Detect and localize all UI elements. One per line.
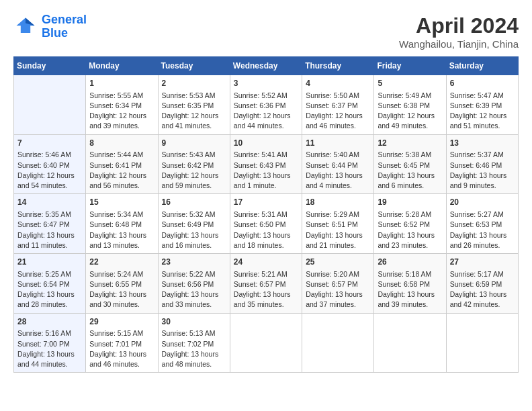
day-number: 25 — [306, 257, 370, 268]
calendar-cell: 3Sunrise: 5:52 AM Sunset: 6:36 PM Daylig… — [230, 75, 302, 135]
calendar-week-4: 21Sunrise: 5:25 AM Sunset: 6:54 PM Dayli… — [14, 254, 519, 314]
day-info: Sunrise: 5:16 AM Sunset: 7:00 PM Dayligh… — [17, 328, 82, 369]
calendar-table: SundayMondayTuesdayWednesdayThursdayFrid… — [13, 56, 519, 373]
day-number: 20 — [450, 197, 515, 208]
day-header-saturday: Saturday — [446, 57, 518, 75]
calendar-cell — [230, 313, 302, 373]
day-header-monday: Monday — [86, 57, 158, 75]
day-info: Sunrise: 5:43 AM Sunset: 6:42 PM Dayligh… — [162, 150, 226, 191]
day-number: 11 — [306, 138, 370, 149]
day-number: 8 — [89, 138, 154, 149]
day-info: Sunrise: 5:53 AM Sunset: 6:35 PM Dayligh… — [162, 91, 226, 132]
day-number: 22 — [89, 257, 154, 268]
day-info: Sunrise: 5:18 AM Sunset: 6:58 PM Dayligh… — [378, 269, 442, 310]
calendar-cell: 1Sunrise: 5:55 AM Sunset: 6:34 PM Daylig… — [86, 75, 158, 135]
day-number: 26 — [378, 257, 442, 268]
logo-text: General Blue — [42, 13, 87, 40]
calendar-cell — [446, 313, 518, 373]
calendar-cell: 26Sunrise: 5:18 AM Sunset: 6:58 PM Dayli… — [374, 254, 446, 314]
day-info: Sunrise: 5:47 AM Sunset: 6:39 PM Dayligh… — [450, 91, 515, 132]
day-number: 23 — [162, 257, 226, 268]
day-number: 30 — [162, 316, 226, 328]
day-info: Sunrise: 5:55 AM Sunset: 6:34 PM Dayligh… — [89, 91, 154, 132]
day-info: Sunrise: 5:52 AM Sunset: 6:36 PM Dayligh… — [234, 91, 298, 132]
day-number: 3 — [234, 78, 298, 89]
day-info: Sunrise: 5:49 AM Sunset: 6:38 PM Dayligh… — [378, 91, 442, 132]
calendar-cell: 20Sunrise: 5:27 AM Sunset: 6:53 PM Dayli… — [446, 194, 518, 254]
calendar-week-2: 7Sunrise: 5:46 AM Sunset: 6:40 PM Daylig… — [14, 134, 519, 194]
calendar-cell: 8Sunrise: 5:44 AM Sunset: 6:41 PM Daylig… — [86, 134, 158, 194]
day-number: 9 — [162, 138, 226, 149]
day-info: Sunrise: 5:25 AM Sunset: 6:54 PM Dayligh… — [17, 269, 82, 310]
location: Wanghailou, Tianjin, China — [399, 38, 519, 50]
day-number: 29 — [89, 316, 154, 328]
calendar-cell: 28Sunrise: 5:16 AM Sunset: 7:00 PM Dayli… — [14, 313, 86, 373]
day-number: 17 — [234, 197, 298, 208]
calendar-cell: 5Sunrise: 5:49 AM Sunset: 6:38 PM Daylig… — [374, 75, 446, 135]
calendar-cell: 6Sunrise: 5:47 AM Sunset: 6:39 PM Daylig… — [446, 75, 518, 135]
calendar-cell: 13Sunrise: 5:37 AM Sunset: 6:46 PM Dayli… — [446, 134, 518, 194]
calendar-cell: 17Sunrise: 5:31 AM Sunset: 6:50 PM Dayli… — [230, 194, 302, 254]
calendar-cell: 2Sunrise: 5:53 AM Sunset: 6:35 PM Daylig… — [158, 75, 230, 135]
day-info: Sunrise: 5:37 AM Sunset: 6:46 PM Dayligh… — [450, 150, 515, 191]
day-info: Sunrise: 5:35 AM Sunset: 6:47 PM Dayligh… — [17, 210, 82, 250]
calendar-cell: 23Sunrise: 5:22 AM Sunset: 6:56 PM Dayli… — [158, 254, 230, 314]
day-info: Sunrise: 5:15 AM Sunset: 7:01 PM Dayligh… — [89, 328, 154, 369]
day-info: Sunrise: 5:21 AM Sunset: 6:57 PM Dayligh… — [234, 269, 298, 310]
day-number: 7 — [17, 138, 82, 149]
logo-icon — [13, 15, 38, 39]
calendar-week-1: 1Sunrise: 5:55 AM Sunset: 6:34 PM Daylig… — [14, 75, 519, 135]
calendar-cell: 30Sunrise: 5:13 AM Sunset: 7:02 PM Dayli… — [158, 313, 230, 373]
calendar-cell: 29Sunrise: 5:15 AM Sunset: 7:01 PM Dayli… — [86, 313, 158, 373]
day-header-wednesday: Wednesday — [230, 57, 302, 75]
calendar-cell: 15Sunrise: 5:34 AM Sunset: 6:48 PM Dayli… — [86, 194, 158, 254]
day-info: Sunrise: 5:32 AM Sunset: 6:49 PM Dayligh… — [162, 210, 226, 250]
day-info: Sunrise: 5:20 AM Sunset: 6:57 PM Dayligh… — [306, 269, 370, 310]
title-block: April 2024 Wanghailou, Tianjin, China — [399, 13, 519, 50]
calendar-cell: 25Sunrise: 5:20 AM Sunset: 6:57 PM Dayli… — [302, 254, 374, 314]
calendar-cell — [14, 75, 86, 135]
day-number: 13 — [450, 138, 515, 149]
calendar-cell: 22Sunrise: 5:24 AM Sunset: 6:55 PM Dayli… — [86, 254, 158, 314]
calendar-cell: 14Sunrise: 5:35 AM Sunset: 6:47 PM Dayli… — [14, 194, 86, 254]
calendar-cell: 24Sunrise: 5:21 AM Sunset: 6:57 PM Dayli… — [230, 254, 302, 314]
day-number: 28 — [17, 316, 82, 328]
day-number: 6 — [450, 78, 515, 89]
day-info: Sunrise: 5:34 AM Sunset: 6:48 PM Dayligh… — [89, 210, 154, 250]
day-number: 10 — [234, 138, 298, 149]
day-number: 14 — [17, 197, 82, 208]
day-number: 16 — [162, 197, 226, 208]
day-number: 18 — [306, 197, 370, 208]
month-title: April 2024 — [399, 13, 519, 38]
day-info: Sunrise: 5:17 AM Sunset: 6:59 PM Dayligh… — [450, 269, 515, 310]
day-info: Sunrise: 5:41 AM Sunset: 6:43 PM Dayligh… — [234, 150, 298, 191]
day-info: Sunrise: 5:31 AM Sunset: 6:50 PM Dayligh… — [234, 210, 298, 250]
calendar-cell — [302, 313, 374, 373]
calendar-cell: 10Sunrise: 5:41 AM Sunset: 6:43 PM Dayli… — [230, 134, 302, 194]
day-number: 1 — [89, 78, 154, 89]
day-number: 5 — [378, 78, 442, 89]
logo: General Blue — [13, 13, 87, 40]
calendar-cell — [374, 313, 446, 373]
day-info: Sunrise: 5:44 AM Sunset: 6:41 PM Dayligh… — [89, 150, 154, 191]
calendar-cell: 16Sunrise: 5:32 AM Sunset: 6:49 PM Dayli… — [158, 194, 230, 254]
page-header: General Blue April 2024 Wanghailou, Tian… — [13, 13, 519, 50]
calendar-cell: 9Sunrise: 5:43 AM Sunset: 6:42 PM Daylig… — [158, 134, 230, 194]
day-info: Sunrise: 5:50 AM Sunset: 6:37 PM Dayligh… — [306, 91, 370, 132]
calendar-week-3: 14Sunrise: 5:35 AM Sunset: 6:47 PM Dayli… — [14, 194, 519, 254]
day-header-friday: Friday — [374, 57, 446, 75]
calendar-header-row: SundayMondayTuesdayWednesdayThursdayFrid… — [14, 57, 519, 75]
calendar-cell: 7Sunrise: 5:46 AM Sunset: 6:40 PM Daylig… — [14, 134, 86, 194]
day-info: Sunrise: 5:29 AM Sunset: 6:51 PM Dayligh… — [306, 210, 370, 250]
day-info: Sunrise: 5:27 AM Sunset: 6:53 PM Dayligh… — [450, 210, 515, 250]
day-header-tuesday: Tuesday — [158, 57, 230, 75]
day-number: 24 — [234, 257, 298, 268]
day-info: Sunrise: 5:22 AM Sunset: 6:56 PM Dayligh… — [162, 269, 226, 310]
day-number: 27 — [450, 257, 515, 268]
calendar-cell: 4Sunrise: 5:50 AM Sunset: 6:37 PM Daylig… — [302, 75, 374, 135]
day-number: 2 — [162, 78, 226, 89]
calendar-cell: 18Sunrise: 5:29 AM Sunset: 6:51 PM Dayli… — [302, 194, 374, 254]
day-number: 12 — [378, 138, 442, 149]
day-header-sunday: Sunday — [14, 57, 86, 75]
day-number: 15 — [89, 197, 154, 208]
